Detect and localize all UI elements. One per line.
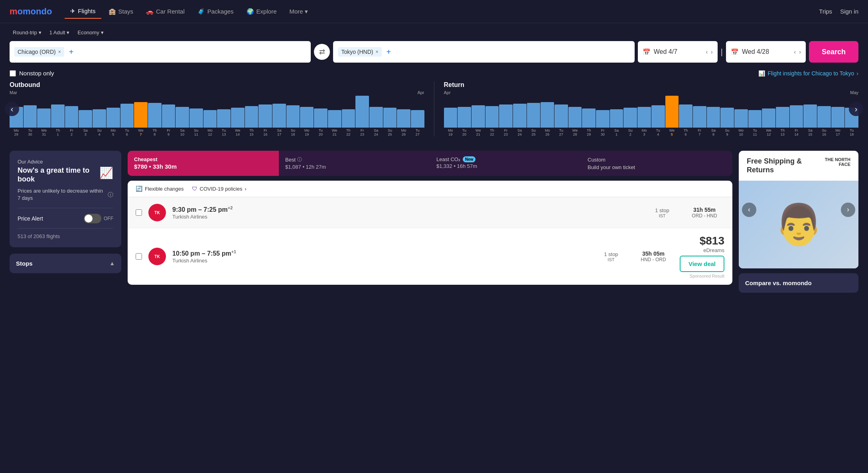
calendar-bar[interactable]: [134, 102, 148, 128]
calendar-bar[interactable]: [831, 107, 845, 128]
calendar-bar[interactable]: [748, 110, 762, 128]
calendar-bar[interactable]: [37, 108, 51, 128]
flight-2-checkbox[interactable]: [136, 253, 142, 260]
calendar-bar[interactable]: [790, 105, 803, 128]
price-alert-toggle[interactable]: OFF: [84, 214, 113, 223]
calendar-next-button[interactable]: ›: [849, 102, 863, 116]
nav-more[interactable]: More ▾: [284, 5, 313, 18]
nav-packages[interactable]: 🧳 Packages: [192, 5, 239, 18]
flexible-changes[interactable]: 🔄 Flexible changes: [136, 185, 184, 192]
destination-field[interactable]: Tokyo (HND) × +: [333, 41, 634, 63]
calendar-bar[interactable]: [217, 109, 231, 128]
tab-best[interactable]: Best ⓘ $1,087 • 12h 27m: [279, 151, 430, 176]
calendar-bar[interactable]: [397, 109, 410, 128]
calendar-bar[interactable]: [817, 106, 831, 128]
calendar-bar[interactable]: [383, 108, 397, 128]
calendar-bar[interactable]: [541, 102, 554, 128]
calendar-bar[interactable]: [527, 103, 541, 128]
calendar-bar[interactable]: [107, 108, 120, 128]
swap-button[interactable]: ⇄: [314, 44, 330, 60]
calendar-bar[interactable]: [231, 108, 245, 128]
calendar-bar[interactable]: [693, 106, 706, 128]
calendar-bar[interactable]: [314, 108, 327, 128]
calendar-bar[interactable]: [444, 108, 458, 128]
calendar-bar[interactable]: [176, 107, 189, 128]
calendar-bar[interactable]: [637, 107, 651, 128]
calendar-bar[interactable]: [665, 96, 679, 128]
calendar-bar[interactable]: [411, 110, 424, 128]
close-icon[interactable]: ×: [58, 49, 61, 55]
flight-insights-link[interactable]: 📊 Flight insights for Chicago to Tokyo ›: [758, 70, 858, 77]
calendar-bar[interactable]: [610, 109, 623, 128]
signin-link[interactable]: Sign in: [840, 8, 858, 15]
calendar-bar[interactable]: [300, 107, 314, 128]
calendar-bar[interactable]: [65, 106, 79, 128]
calendar-bar[interactable]: [286, 105, 300, 128]
calendar-bar[interactable]: [596, 110, 610, 128]
calendar-bar[interactable]: [245, 106, 258, 128]
tab-custom[interactable]: Custom Build your own ticket: [581, 151, 732, 176]
calendar-bar[interactable]: [513, 104, 527, 128]
calendar-bar[interactable]: [120, 104, 134, 128]
calendar-bar[interactable]: [458, 107, 471, 128]
calendar-bar[interactable]: [79, 110, 92, 128]
calendar-bar[interactable]: [272, 104, 286, 128]
calendar-bar[interactable]: [51, 104, 65, 128]
calendar-prev-button[interactable]: ‹: [5, 102, 19, 116]
flight-1-checkbox[interactable]: [136, 209, 142, 216]
calendar-bar[interactable]: [369, 107, 383, 128]
info-icon[interactable]: ⓘ: [297, 156, 302, 163]
calendar-bar[interactable]: [623, 108, 637, 128]
calendar-bar[interactable]: [148, 103, 162, 128]
calendar-bar[interactable]: [162, 104, 176, 128]
calendar-bar[interactable]: [189, 108, 203, 128]
nav-explore[interactable]: 🌍 Explore: [241, 5, 282, 18]
origin-field[interactable]: Chicago (ORD) × +: [10, 41, 311, 63]
tab-cheapest[interactable]: Cheapest $780 • 33h 30m: [128, 151, 279, 176]
nav-stays[interactable]: 🏨 Stays: [103, 5, 139, 18]
covid-policies[interactable]: 🛡 COVID-19 policies ›: [192, 185, 247, 192]
add-origin-icon[interactable]: +: [69, 47, 74, 57]
calendar-bar[interactable]: [720, 108, 734, 128]
date-ret-next-icon[interactable]: ›: [799, 49, 801, 55]
calendar-bar[interactable]: [258, 104, 272, 128]
logo[interactable]: m omondo: [10, 6, 52, 17]
cabin-dropdown[interactable]: Economy ▾: [74, 28, 107, 37]
ad-next-button[interactable]: ›: [841, 203, 855, 217]
date-prev-icon[interactable]: ‹: [706, 49, 708, 55]
date-next-icon[interactable]: ›: [711, 49, 713, 55]
passengers-dropdown[interactable]: 1 Adult ▾: [46, 28, 73, 37]
date-ret-field[interactable]: 📅 Wed 4/28 ‹ ›: [726, 41, 806, 63]
calendar-bar[interactable]: [582, 108, 596, 128]
calendar-bar[interactable]: [328, 110, 341, 128]
stops-header[interactable]: Stops ▲: [16, 260, 115, 267]
calendar-bar[interactable]: [554, 104, 568, 128]
calendar-bar[interactable]: [707, 107, 720, 128]
nonstop-label[interactable]: Nonstop only: [10, 70, 54, 77]
calendar-bar[interactable]: [734, 109, 748, 128]
calendar-bar[interactable]: [762, 108, 775, 128]
nonstop-checkbox[interactable]: [10, 70, 16, 77]
search-button[interactable]: Search: [809, 41, 858, 63]
toggle-switch[interactable]: [84, 214, 101, 223]
calendar-bar[interactable]: [679, 104, 692, 128]
calendar-bar[interactable]: [485, 106, 499, 128]
calendar-bar[interactable]: [203, 110, 217, 128]
calendar-bar[interactable]: [355, 96, 369, 128]
nav-flights[interactable]: ✈ Flights: [65, 4, 101, 19]
calendar-bar[interactable]: [568, 107, 582, 128]
add-destination-icon[interactable]: +: [387, 47, 391, 57]
trips-link[interactable]: Trips: [819, 8, 832, 15]
calendar-bar[interactable]: [93, 109, 106, 128]
date-out-field[interactable]: 📅 Wed 4/7 ‹ ›: [638, 41, 718, 63]
nav-car-rental[interactable]: 🚗 Car Rental: [140, 5, 190, 18]
ad-prev-button[interactable]: ‹: [742, 203, 756, 217]
calendar-bar[interactable]: [342, 109, 355, 128]
calendar-bar[interactable]: [24, 105, 37, 128]
date-ret-prev-icon[interactable]: ‹: [794, 49, 796, 55]
tab-least-co2[interactable]: Least CO₂ New $1,332 • 16h 57m: [430, 151, 581, 176]
calendar-bar[interactable]: [651, 105, 665, 128]
info-icon[interactable]: ⓘ: [108, 191, 113, 199]
close-icon[interactable]: ×: [376, 49, 379, 55]
view-deal-button[interactable]: View deal: [680, 256, 724, 272]
